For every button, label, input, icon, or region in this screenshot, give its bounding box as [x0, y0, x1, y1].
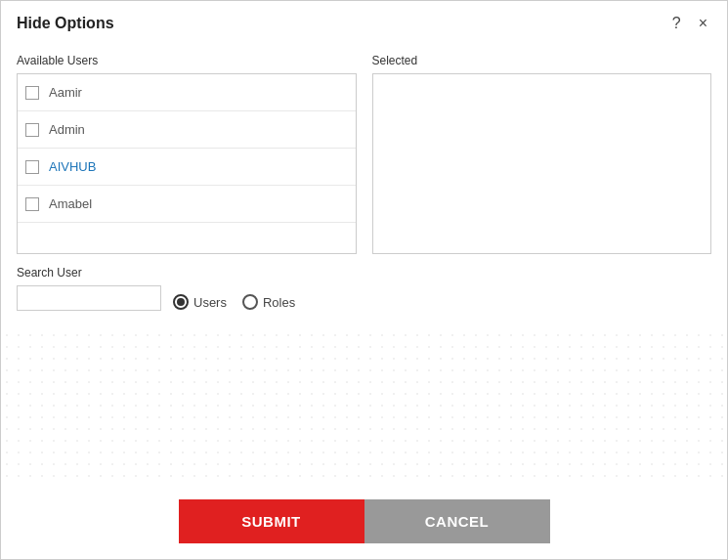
user-name-amabel: Amabel: [49, 196, 92, 211]
user-checkbox-aamir[interactable]: [25, 86, 39, 100]
radio-users-label: Users: [193, 295, 227, 310]
search-section: Search User Users Roles: [17, 266, 711, 319]
radio-users-inner: [177, 298, 185, 306]
radio-roles[interactable]: Roles: [242, 294, 295, 310]
help-button[interactable]: ?: [668, 13, 685, 34]
close-button[interactable]: ×: [695, 13, 711, 34]
columns-layout: Available Users Aamir Admin: [17, 54, 711, 254]
cancel-button[interactable]: CANCEL: [364, 499, 550, 543]
list-item[interactable]: Amabel: [18, 186, 356, 223]
radio-users[interactable]: Users: [173, 294, 227, 310]
radio-users-circle: [173, 294, 189, 310]
radio-roles-circle: [242, 294, 258, 310]
selected-container: [372, 73, 712, 254]
list-item[interactable]: AIVHUB: [18, 149, 356, 186]
list-item[interactable]: Admin: [18, 111, 356, 149]
available-users-label: Available Users: [17, 54, 357, 67]
search-row: Users Roles: [17, 285, 711, 319]
search-label: Search User: [17, 266, 711, 280]
title-actions: ? ×: [668, 13, 711, 34]
dialog-title: Hide Options: [17, 15, 114, 32]
user-checkbox-admin[interactable]: [25, 123, 39, 137]
close-icon: ×: [699, 15, 707, 32]
user-checkbox-amabel[interactable]: [25, 197, 39, 211]
footer: SUBMIT CANCEL: [1, 484, 727, 559]
user-list: Aamir Admin AIVHUB: [18, 74, 356, 223]
radio-roles-label: Roles: [263, 295, 295, 310]
title-bar: Hide Options ? ×: [1, 1, 727, 42]
user-name-aamir: Aamir: [49, 85, 82, 100]
help-icon: ?: [672, 15, 681, 32]
selected-label: Selected: [372, 54, 712, 67]
list-item[interactable]: Aamir: [18, 74, 356, 111]
radio-group: Users Roles: [173, 294, 295, 310]
search-input[interactable]: [17, 285, 161, 311]
user-checkbox-aivhub[interactable]: [25, 160, 39, 174]
user-list-container[interactable]: Aamir Admin AIVHUB: [17, 73, 357, 254]
dialog-content: Available Users Aamir Admin: [1, 42, 727, 330]
user-name-admin: Admin: [49, 122, 85, 137]
selected-column: Selected: [372, 54, 712, 254]
submit-button[interactable]: SUBMIT: [179, 499, 364, 543]
user-name-aivhub: AIVHUB: [49, 159, 96, 174]
hide-options-dialog: Hide Options ? × Available Users: [0, 0, 728, 560]
available-users-column: Available Users Aamir Admin: [17, 54, 357, 254]
